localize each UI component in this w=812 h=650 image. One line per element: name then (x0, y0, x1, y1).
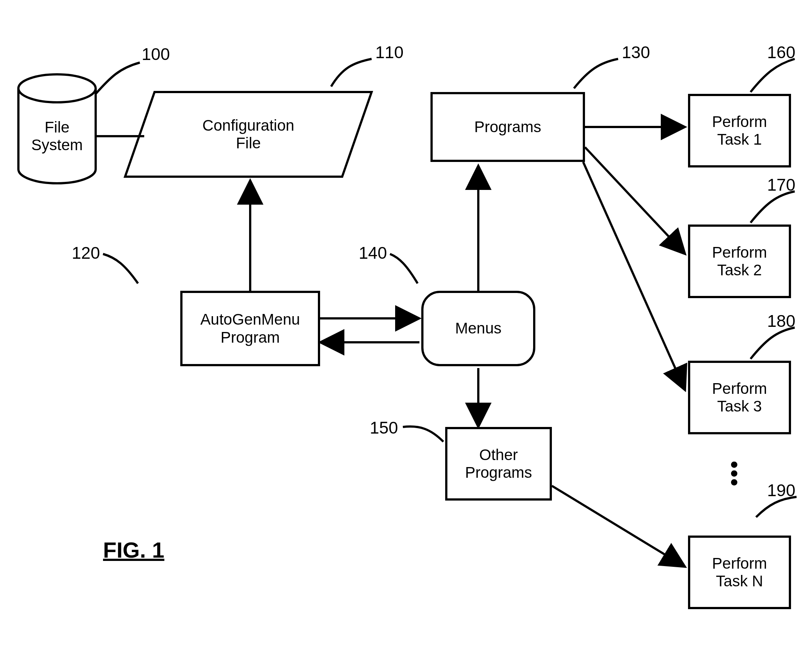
programs-node: Programs (430, 92, 585, 162)
ref-120: 120 (72, 243, 100, 263)
config-file-node: ConfigurationFile (158, 101, 339, 167)
ref-130: 130 (622, 42, 650, 62)
task2-node: PerformTask 2 (688, 225, 791, 298)
file-system-node: FileSystem (20, 107, 94, 166)
ref-180: 180 (767, 311, 795, 331)
ref-190: 190 (767, 480, 795, 500)
vertical-ellipsis: ••• (730, 460, 738, 486)
ref-140: 140 (359, 243, 387, 263)
ref-170: 170 (767, 175, 795, 195)
ref-110: 110 (375, 42, 404, 62)
diagram-canvas: FileSystem ConfigurationFile AutoGenMenu… (0, 0, 812, 650)
menus-node: Menus (421, 291, 535, 366)
other-programs-node: OtherPrograms (445, 427, 552, 500)
ref-160: 160 (767, 42, 795, 62)
ref-100: 100 (142, 44, 170, 64)
ref-150: 150 (370, 418, 398, 437)
taskn-node: PerformTask N (688, 535, 791, 609)
figure-label: FIG. 1 (103, 537, 165, 563)
autogen-node: AutoGenMenuProgram (180, 291, 320, 366)
task1-node: PerformTask 1 (688, 94, 791, 167)
svg-point-0 (18, 74, 96, 102)
task3-node: PerformTask 3 (688, 361, 791, 434)
